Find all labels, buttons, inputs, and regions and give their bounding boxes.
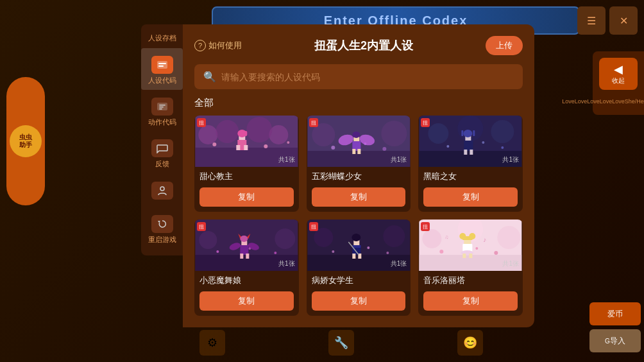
card-badge-2: 扭 <box>421 118 430 127</box>
svg-rect-50 <box>464 150 468 155</box>
bug-assistant-icon[interactable]: 虫虫助手 <box>10 125 42 157</box>
collect-label: 收起 <box>612 76 625 85</box>
svg-point-57 <box>199 231 217 249</box>
card-badge-4: 扭 <box>309 222 318 231</box>
restart-icon <box>151 215 173 233</box>
svg-point-59 <box>216 250 219 253</box>
card-card-6[interactable]: ♪ ♫ 扭 共1张 音乐洛丽塔 复制 <box>418 220 523 316</box>
svg-rect-6 <box>159 108 162 110</box>
svg-point-15 <box>212 142 216 146</box>
svg-point-92 <box>495 251 498 255</box>
cards-grid: 扭 共1张 甜心教主 复制 扭 共1张 五 <box>194 116 523 316</box>
svg-point-83 <box>352 234 360 241</box>
nav-item-restart[interactable]: 重启游戏 <box>141 207 183 249</box>
svg-rect-53 <box>462 130 464 136</box>
how-to-use-button[interactable]: ? 如何使用 <box>194 40 242 51</box>
card-copy-btn-1[interactable]: 复制 <box>312 187 406 207</box>
svg-point-90 <box>440 250 444 254</box>
svg-text:♫: ♫ <box>445 234 449 240</box>
card-copy-btn-0[interactable]: 复制 <box>199 187 294 207</box>
card-badge-5: 扭 <box>421 222 430 231</box>
svg-point-75 <box>332 250 334 253</box>
svg-point-12 <box>216 120 239 143</box>
nav-label-action-code: 动作代码 <box>148 118 176 126</box>
card-image-0: 扭 共1张 <box>194 116 299 167</box>
bug-assistant-sidebar: 虫虫助手 <box>6 77 45 205</box>
wrench-icon[interactable]: 🔧 <box>328 330 354 356</box>
svg-marker-8 <box>158 221 160 223</box>
svg-point-46 <box>482 141 485 144</box>
card-card-2[interactable]: 扭 共1张 五彩蝴蝶少女 复制 <box>307 116 411 212</box>
card-copy-btn-2[interactable]: 复制 <box>423 187 518 207</box>
nav-label-restart: 重启游戏 <box>148 236 176 244</box>
gear-icon[interactable]: ⚙ <box>199 330 225 356</box>
svg-point-17 <box>264 144 267 148</box>
nav-label-feedback: 反馈 <box>155 160 169 168</box>
card-name-0: 甜心教主 <box>194 167 299 185</box>
card-copy-btn-3[interactable]: 复制 <box>199 291 294 311</box>
svg-rect-69 <box>246 254 249 259</box>
svg-rect-37 <box>352 149 355 154</box>
svg-text:♪: ♪ <box>484 236 487 243</box>
card-image-5: ♪ ♫ 扭 共1张 <box>418 220 523 271</box>
menu-button[interactable]: ☰ <box>577 6 606 35</box>
svg-rect-49 <box>464 141 473 151</box>
love-currency-button[interactable]: 爱币 <box>589 302 641 325</box>
archive-label: 人设存档 <box>146 31 179 48</box>
close-button[interactable]: ✕ <box>609 6 638 35</box>
svg-rect-38 <box>357 149 360 154</box>
right-top-buttons: ☰ ✕ <box>577 6 638 35</box>
import-button[interactable]: G 导入 <box>589 329 641 352</box>
card-count-2: 共1张 <box>502 155 519 164</box>
card-count-0: 共1张 <box>278 155 295 164</box>
card-count-4: 共1张 <box>391 259 407 268</box>
category-all-label: 全部 <box>194 97 523 109</box>
svg-rect-24 <box>238 131 241 136</box>
nav-item-avatar[interactable] <box>141 174 183 207</box>
card-count-5: 共1张 <box>502 259 519 268</box>
card-card-1[interactable]: 扭 共1张 甜心教主 复制 <box>194 116 299 212</box>
svg-point-29 <box>381 121 407 146</box>
nav-item-action-code[interactable]: 动作代码 <box>141 90 183 132</box>
collect-button[interactable]: ◀ 收起 <box>599 58 638 90</box>
bottom-actions: 爱币 G 导入 <box>589 302 644 352</box>
svg-point-7 <box>160 187 164 191</box>
svg-point-18 <box>287 141 289 144</box>
svg-rect-25 <box>244 131 247 136</box>
character-code-icon <box>151 56 173 74</box>
feedback-icon <box>151 139 173 157</box>
svg-point-61 <box>274 252 276 254</box>
svg-point-39 <box>352 132 360 138</box>
search-box: 🔍 <box>194 64 523 89</box>
card-badge-1: 扭 <box>309 118 318 127</box>
search-input[interactable] <box>221 72 514 82</box>
avatar-icon <box>151 182 173 200</box>
svg-point-43 <box>491 120 514 143</box>
card-image-1: 扭 共1张 <box>307 116 411 167</box>
card-count-1: 共1张 <box>391 155 407 164</box>
svg-rect-54 <box>473 130 475 136</box>
card-card-5[interactable]: 扭 共1张 病娇女学生 复制 <box>307 220 411 316</box>
card-badge-0: 扭 <box>197 118 206 127</box>
card-badge-3: 扭 <box>197 222 206 231</box>
upload-button[interactable]: 上传 <box>486 36 523 55</box>
svg-point-32 <box>382 147 386 151</box>
card-name-4: 病娇女学生 <box>307 271 411 289</box>
svg-point-45 <box>447 145 450 148</box>
nav-item-feedback[interactable]: 反馈 <box>141 132 183 173</box>
face-icon[interactable]: 😊 <box>457 330 483 356</box>
svg-rect-102 <box>463 236 473 240</box>
svg-rect-81 <box>352 254 355 259</box>
card-image-2: 扭 共1张 <box>418 116 523 167</box>
code-text: LoveLoveLoveLoveLoveShe/HerlloveloveLo <box>559 95 644 108</box>
card-image-3: 扭 共1张 <box>194 220 299 271</box>
svg-point-11 <box>198 125 217 144</box>
svg-point-52 <box>464 130 473 137</box>
svg-point-76 <box>367 246 369 249</box>
card-card-4[interactable]: 扭 共1张 小恶魔舞娘 复制 <box>194 220 299 316</box>
svg-point-58 <box>275 228 295 249</box>
card-copy-btn-4[interactable]: 复制 <box>312 291 406 311</box>
nav-item-character-code[interactable]: 人设代码 <box>141 48 183 90</box>
card-copy-btn-5[interactable]: 复制 <box>423 291 518 311</box>
card-card-3[interactable]: 扭 共1张 黑暗之女 复制 <box>418 116 523 212</box>
